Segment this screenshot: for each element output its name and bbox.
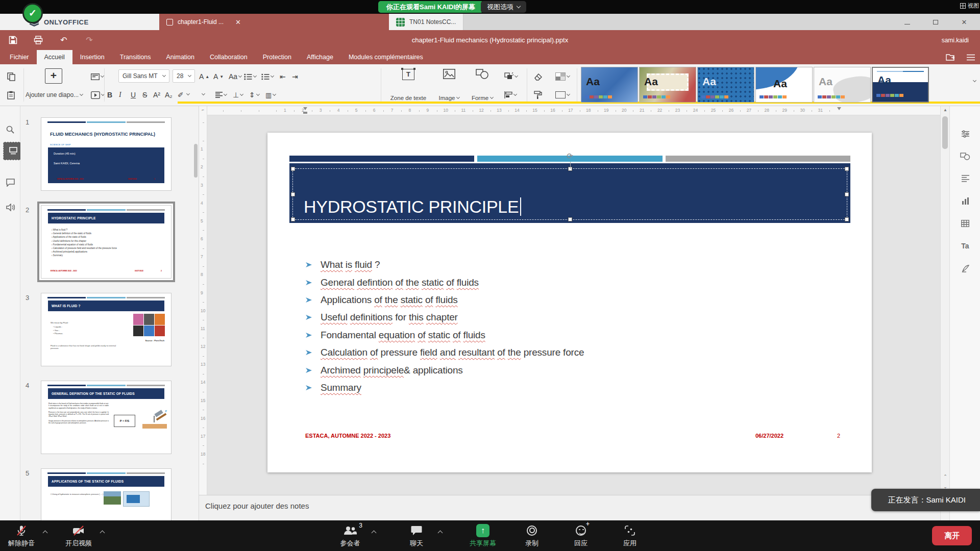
notes-area[interactable]: Cliquez pour ajouter des notes [199,495,940,520]
columns-button[interactable]: ▥ [265,88,276,102]
italic-button[interactable]: I [119,88,129,102]
menu-item-insertion[interactable]: Insertion [72,50,112,64]
feedback-icon[interactable] [0,198,20,216]
menu-item-affichage[interactable]: Affichage [299,50,341,64]
change-layout-button[interactable] [91,69,104,84]
redo-button[interactable]: ↷ [77,35,102,45]
selection-handle-top-left[interactable] [291,167,295,171]
rotation-handle-icon[interactable]: ⟳ [566,152,575,161]
save-button[interactable] [0,36,26,44]
comments-icon[interactable] [0,173,20,192]
share-screen-button[interactable]: ↑ 共享屏幕 [469,524,497,548]
v-ruler[interactable]: 1123456789101112131415161718 [199,115,207,495]
previous-slide-button[interactable]: ⌃ [941,471,949,482]
slide-fill-button[interactable] [555,69,570,84]
zoom-view-button[interactable]: 视图 [960,2,979,10]
slide-size-button[interactable] [555,88,570,102]
print-button[interactable] [26,36,51,44]
thumbnails-scrollbar[interactable] [194,144,198,178]
bullets-button[interactable] [244,69,256,84]
restore-button[interactable] [929,18,942,26]
add-slide-button[interactable]: + [45,68,62,84]
view-options-button[interactable]: 视图选项 [481,1,526,13]
close-window-button[interactable]: ✕ [958,18,971,26]
chat-caret[interactable] [438,530,443,535]
selection-handle-bottom-middle[interactable] [568,217,572,221]
h-ruler[interactable]: 1234567891011121314151617181920212223242… [199,106,940,115]
menu-item-animation[interactable]: Animation [158,50,202,64]
vertical-scrollbar[interactable]: ▲ ⌃ ⌄ [940,106,949,520]
font-size-select[interactable]: 28 [173,69,195,83]
tab-stop-selector[interactable]: ⌐ [199,106,207,115]
change-case-button[interactable]: Aa [229,69,241,84]
scrollbar-thumb[interactable] [942,116,948,149]
increase-indent-button[interactable]: ⇥ [292,69,298,84]
minimize-button[interactable] [900,18,914,26]
line-spacing-button[interactable]: ⇕ [249,88,259,102]
participants-caret[interactable] [372,530,377,535]
slide-canvas[interactable]: ⟳ HYDROSTATIC PRINCIPLE What is fluid ?G… [267,133,872,472]
table-settings-icon[interactable] [950,213,980,234]
chart-settings-icon[interactable] [950,191,980,211]
slide-thumbnail-1[interactable]: FLUID MECHANICS (HYDROSTATIC PRINCIPAL)S… [41,117,172,191]
arrange-shape-button[interactable] [504,69,518,84]
theme-gray-abstract[interactable]: Aa [814,67,871,103]
decrease-font-size-button[interactable]: A▼ [213,69,224,84]
close-tab-icon[interactable]: ✕ [235,18,241,26]
reactions-button[interactable]: + 回应 [567,524,595,548]
theme-blue-swoosh[interactable]: Aa [581,67,638,103]
menu-item-transitions[interactable]: Transitions [112,50,159,64]
tab-presentation[interactable]: chapter1-Fluid ... ✕ [159,14,389,30]
theme-dotted-blue[interactable]: Aa [697,67,754,103]
slide-thumbnail-5[interactable]: APPLICATIONS OF THE STATIC OF FLUIDS□ Us… [41,468,172,520]
paste-button[interactable] [7,88,15,102]
paint-roller-button[interactable] [534,88,542,102]
horizontal-align-button[interactable] [215,88,227,102]
theme-vintage-paper[interactable]: Aa [639,67,696,103]
align-shape-button[interactable] [504,88,517,102]
numbering-button[interactable] [261,69,274,84]
selection-handle-middle-right[interactable] [845,192,849,196]
selection-handle-top-right[interactable] [845,167,849,171]
undo-button[interactable]: ↶ [51,35,77,45]
slide-thumbnail-2[interactable]: HYDROSTATIC PRINCIPLE› What is fluid ?› … [41,205,172,279]
increase-font-size-button[interactable]: A▲ [199,69,209,84]
open-file-location-icon[interactable] [946,54,955,61]
subscript-button[interactable]: A₂ [165,88,175,102]
eraser-button[interactable] [534,69,543,84]
vertical-align-button[interactable]: ⊥ [233,88,243,102]
bold-button[interactable]: B [107,88,117,102]
tab-spreadsheet[interactable]: TN01 NotesCC... [389,14,463,30]
superscript-button[interactable]: A² [153,88,163,102]
selection-handle-bottom-right[interactable] [845,217,849,221]
record-button[interactable]: 录制 [518,524,546,548]
theme-navy-band[interactable]: Aa [872,67,929,103]
slide-title-textbox[interactable]: ⟳ HYDROSTATIC PRINCIPLE [289,163,850,223]
font-name-select[interactable]: Gill Sans MT [118,69,169,83]
chat-button[interactable]: 聊天 [402,524,431,548]
leave-meeting-button[interactable]: 离开 [932,526,972,545]
slide-thumbnail-4[interactable]: GENERAL DEFINTION OF THE STATIC OF FLUID… [41,381,172,454]
slide-settings-icon[interactable] [950,123,980,144]
right-indent-marker[interactable] [837,107,841,110]
slide-thumbnail-3[interactable]: WHAT IS FLUID ?We mean by Fluid :• Liqui… [41,293,172,366]
search-icon[interactable] [0,120,20,139]
menu-item-modules-compl-mentaires[interactable]: Modules complémentaires [341,50,431,64]
shape-settings-icon[interactable] [950,146,980,166]
underline-button[interactable]: U [131,88,141,102]
menu-item-protection[interactable]: Protection [255,50,299,64]
decrease-indent-button[interactable]: ⇤ [280,69,286,84]
signature-settings-icon[interactable] [950,258,980,279]
participants-button[interactable]: 3 参会者 [336,524,364,548]
menu-item-fichier[interactable]: Fichier [2,50,37,64]
textart-settings-icon[interactable]: Ta [950,236,980,256]
insert-shape-button[interactable]: Forme [467,67,498,103]
start-slideshow-button[interactable] [91,88,104,102]
strikethrough-button[interactable]: S [142,88,153,102]
collapse-toolbar-icon[interactable] [967,54,975,61]
expand-themes-icon[interactable] [973,79,976,82]
slide-bullet-list[interactable]: What is fluid ?General defintion of the … [305,256,584,396]
theme-corner-curve[interactable]: Aa [755,67,813,103]
menu-item-collaboration[interactable]: Collaboration [202,50,255,64]
apps-button[interactable]: 应用 [616,524,644,548]
